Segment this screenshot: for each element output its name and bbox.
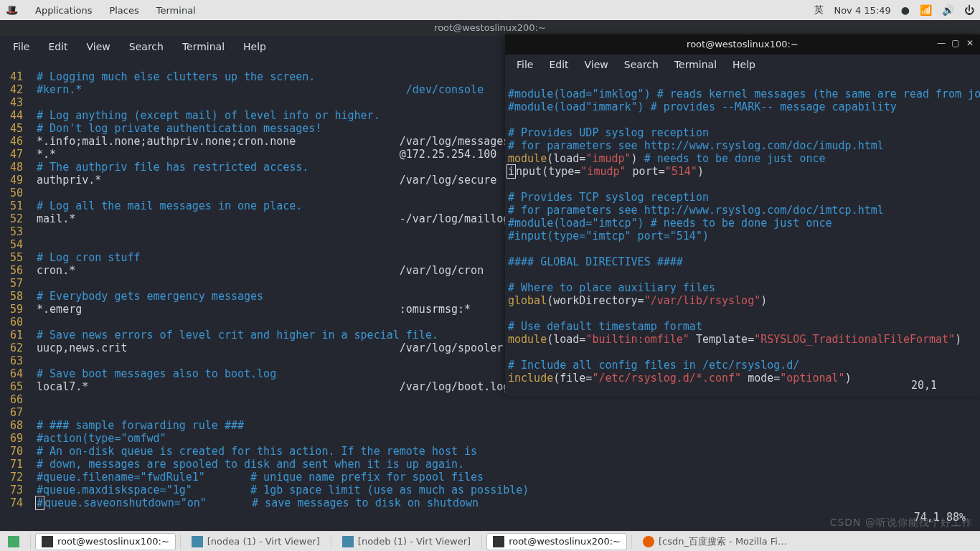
menu-edit[interactable]: Edit: [39, 38, 76, 55]
task-virt-viewer-a[interactable]: [nodea (1) - Virt Viewer]: [185, 533, 326, 550]
menu-view[interactable]: View: [78, 38, 119, 55]
terminal-window-100: root@westoslinux100:~ — ▢ ✕ File Edit Vi…: [505, 34, 980, 396]
menu-help-2[interactable]: Help: [725, 56, 763, 73]
wifi-icon[interactable]: 📶: [920, 4, 932, 16]
menu-search-2[interactable]: Search: [617, 56, 666, 73]
menu-terminal[interactable]: Terminal: [174, 38, 233, 55]
clock[interactable]: Nov 4 15:49: [834, 5, 890, 16]
task-firefox[interactable]: [csdn_百度搜索 - Mozilla Fi…: [636, 533, 793, 550]
menu-help[interactable]: Help: [235, 38, 275, 55]
maximize-icon[interactable]: ▢: [950, 37, 961, 49]
top-panel: 🎩 Applications Places Terminal 英 Nov 4 1…: [0, 0, 980, 20]
menu-file[interactable]: File: [4, 38, 38, 55]
volume-icon[interactable]: 🔊: [942, 4, 954, 16]
menu-applications[interactable]: Applications: [35, 5, 92, 16]
menu-edit-2[interactable]: Edit: [542, 56, 575, 73]
task-terminal-200[interactable]: root@westoslinux200:~: [486, 533, 627, 550]
window-title-2[interactable]: root@westoslinux100:~ — ▢ ✕: [505, 34, 980, 55]
task-terminal-100[interactable]: root@westoslinux100:~: [35, 533, 176, 550]
menu-file-2[interactable]: File: [509, 56, 540, 73]
close-icon[interactable]: ✕: [964, 37, 976, 49]
input-method-indicator[interactable]: 英: [814, 4, 824, 17]
menu-terminal[interactable]: Terminal: [156, 5, 196, 16]
menu-places[interactable]: Places: [109, 5, 138, 16]
clock-dot-icon: ●: [901, 4, 910, 16]
editor-area-right[interactable]: #module(load="imklog") # reads kernel me…: [505, 75, 980, 396]
watermark-text: CSDN @听说你能找个好工作: [830, 517, 973, 529]
vim-status-right: 20,1: [911, 379, 937, 392]
menu-terminal-2[interactable]: Terminal: [667, 56, 724, 73]
minimize-icon[interactable]: —: [936, 37, 947, 49]
bottom-taskbar: root@westoslinux100:~ [nodea (1) - Virt …: [0, 531, 980, 551]
window-title[interactable]: root@westoslinux200:~: [0, 20, 980, 36]
power-icon[interactable]: ⏻: [964, 4, 974, 16]
distro-icon: 🎩: [6, 4, 18, 16]
show-desktop-button[interactable]: [1, 533, 26, 550]
menu-search[interactable]: Search: [121, 38, 172, 55]
task-virt-viewer-b[interactable]: [nodeb (1) - Virt Viewer]: [336, 533, 477, 550]
menu-view-2[interactable]: View: [578, 56, 616, 73]
terminal-menubar-2: File Edit View Search Terminal Help: [505, 55, 980, 75]
